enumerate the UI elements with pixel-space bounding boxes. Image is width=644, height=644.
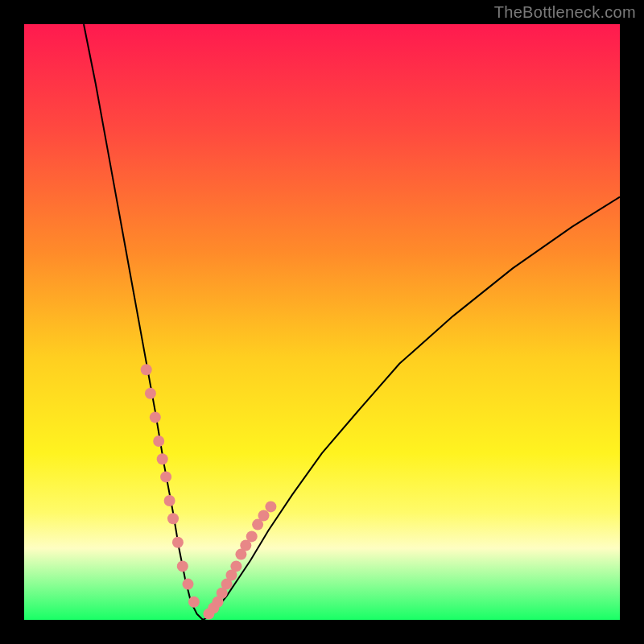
plot-area [24, 24, 620, 620]
highlight-dot [150, 411, 161, 423]
watermark-text: TheBottleneck.com [494, 3, 636, 22]
highlight-dot [258, 510, 270, 522]
highlight-dot [172, 537, 184, 548]
highlight-dot [167, 513, 179, 524]
highlight-dots-left [141, 364, 200, 608]
curve-path [84, 24, 620, 620]
highlight-dot [177, 560, 188, 572]
chart-frame: TheBottleneck.com [0, 0, 644, 644]
highlight-dot [160, 471, 171, 482]
highlight-dot [188, 597, 200, 608]
highlight-dot [246, 530, 258, 542]
highlight-dot [265, 501, 276, 512]
curve-line [84, 24, 620, 620]
highlight-dot [153, 436, 164, 447]
highlight-dot [164, 495, 175, 506]
highlight-dot [157, 453, 168, 464]
highlight-dots-right [203, 501, 276, 619]
highlight-dot [141, 364, 152, 375]
highlight-dot [183, 579, 194, 590]
highlight-dot [230, 560, 242, 572]
bottleneck-curve-svg [24, 24, 620, 620]
highlight-dot [145, 388, 156, 399]
